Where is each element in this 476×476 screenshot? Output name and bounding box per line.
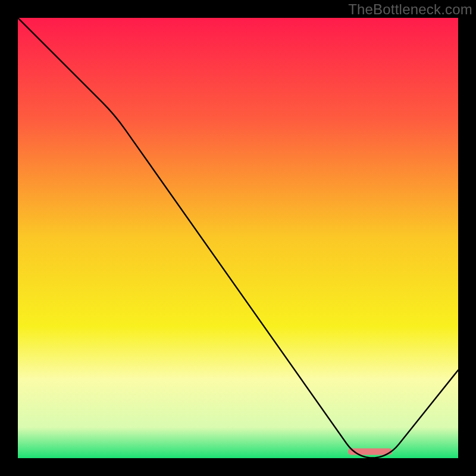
chart-frame: TheBottleneck.com [0, 0, 476, 476]
plot-area [18, 18, 458, 458]
watermark-text: TheBottleneck.com [348, 1, 472, 18]
chart-overlay [18, 18, 458, 458]
bottleneck-curve [18, 18, 458, 458]
